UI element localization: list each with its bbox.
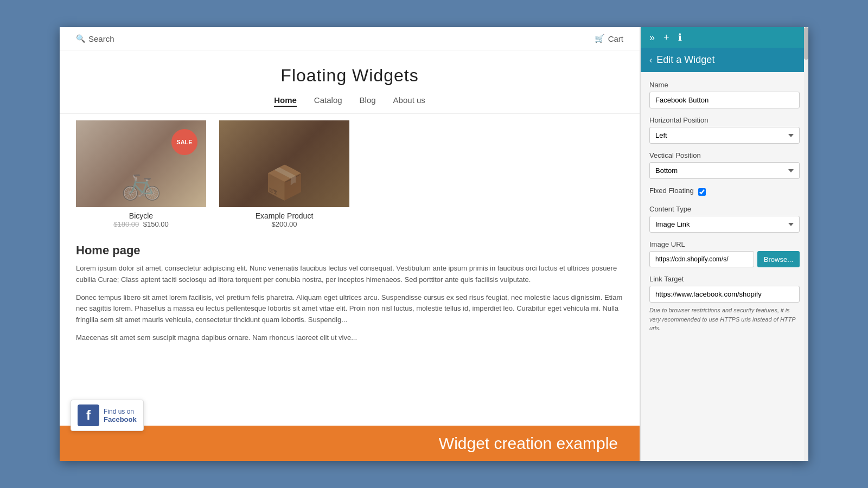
field-vertical-position: Vectical Position Top Middle Bottom bbox=[649, 151, 800, 179]
content-type-label: Content Type bbox=[649, 205, 800, 213]
scrollbar-thumb[interactable] bbox=[804, 27, 808, 60]
search-label: Search bbox=[88, 34, 114, 43]
add-button[interactable]: + bbox=[663, 33, 669, 42]
product-price-bicycle: $180.00 $150.00 bbox=[113, 220, 169, 228]
field-content-type: Content Type Image Link HTML Text bbox=[649, 205, 800, 233]
image-url-input[interactable] bbox=[649, 251, 754, 267]
panel-body: Name Horizontal Position Left Center Rig… bbox=[641, 72, 808, 461]
helper-text: Due to browser restrictions and security… bbox=[649, 306, 800, 333]
panel-title: Edit a Widget bbox=[656, 54, 714, 66]
body-text-1: Lorem ipsum dolor sit amet, consectetur … bbox=[76, 263, 623, 286]
image-url-row: Browse... bbox=[649, 251, 800, 267]
product-price-example: $200.00 bbox=[272, 220, 297, 228]
vertical-position-label: Vectical Position bbox=[649, 151, 800, 159]
horizontal-position-select[interactable]: Left Center Right bbox=[649, 127, 800, 144]
image-url-label: Image URL bbox=[649, 240, 800, 248]
products-row: SALE Bicycle $180.00 $150.00 Example Pro… bbox=[60, 120, 640, 237]
facebook-line2: Facebook bbox=[104, 415, 137, 423]
store-header: 🔍 Search 🛒 Cart bbox=[60, 27, 640, 50]
body-text-3: Maecenas sit amet sem suscipit magna dap… bbox=[76, 332, 623, 344]
browse-button[interactable]: Browse... bbox=[757, 251, 800, 267]
fixed-floating-checkbox[interactable] bbox=[698, 188, 706, 196]
fixed-floating-row: Fixed Floating bbox=[649, 187, 800, 197]
product-price-value: $200.00 bbox=[272, 220, 297, 228]
search-bar[interactable]: 🔍 Search bbox=[76, 34, 114, 43]
store-nav: Home Catalog Blog About us bbox=[60, 90, 640, 114]
search-icon: 🔍 bbox=[76, 34, 85, 43]
name-label: Name bbox=[649, 81, 800, 89]
body-text-2: Donec tempus libero sit amet lorem facil… bbox=[76, 292, 623, 326]
cart-icon: 🛒 bbox=[595, 34, 605, 43]
nav-item-home[interactable]: Home bbox=[274, 95, 297, 107]
banner-text: Widget creation example bbox=[439, 434, 618, 453]
facebook-floating-widget[interactable]: f Find us on Facebook bbox=[71, 400, 144, 431]
product-card-bicycle[interactable]: SALE Bicycle $180.00 $150.00 bbox=[76, 120, 206, 228]
field-fixed-floating: Fixed Floating bbox=[649, 187, 800, 197]
nav-item-blog[interactable]: Blog bbox=[360, 95, 376, 107]
field-name: Name bbox=[649, 81, 800, 108]
cart-button[interactable]: 🛒 Cart bbox=[595, 34, 623, 43]
product-name-example: Example Product bbox=[256, 211, 314, 220]
facebook-line1: Find us on bbox=[104, 408, 137, 415]
chevron-button[interactable]: » bbox=[649, 33, 655, 42]
product-new-price: $150.00 bbox=[143, 220, 169, 228]
product-image-bicycle: SALE bbox=[76, 120, 206, 207]
content-type-select[interactable]: Image Link HTML Text bbox=[649, 216, 800, 233]
field-image-url: Image URL Browse... bbox=[649, 240, 800, 267]
nav-item-about[interactable]: About us bbox=[393, 95, 425, 107]
name-input[interactable] bbox=[649, 92, 800, 108]
storefront: 🔍 Search 🛒 Cart Floating Widgets Home Ca… bbox=[60, 27, 640, 461]
link-target-label: Link Target bbox=[649, 275, 800, 283]
nav-item-catalog[interactable]: Catalog bbox=[314, 95, 342, 107]
product-name-bicycle: Bicycle bbox=[129, 211, 153, 220]
back-button[interactable]: ‹ bbox=[649, 55, 652, 65]
field-link-target: Link Target Due to browser restrictions … bbox=[649, 275, 800, 333]
info-button[interactable]: ℹ bbox=[678, 33, 682, 42]
facebook-icon: f bbox=[78, 404, 99, 426]
home-section-title: Home page bbox=[76, 243, 623, 258]
orange-banner: Widget creation example bbox=[60, 426, 640, 461]
field-horizontal-position: Horizontal Position Left Center Right bbox=[649, 116, 800, 144]
panel-toolbar: » + ℹ bbox=[641, 27, 808, 48]
product-image-example bbox=[219, 120, 349, 207]
cart-label: Cart bbox=[608, 34, 623, 43]
panel-header: ‹ Edit a Widget bbox=[641, 48, 808, 72]
sale-badge: SALE bbox=[171, 129, 197, 155]
facebook-text: Find us on Facebook bbox=[104, 408, 137, 423]
fixed-floating-label: Fixed Floating bbox=[649, 187, 694, 195]
product-card-example[interactable]: Example Product $200.00 bbox=[219, 120, 349, 228]
store-title: Floating Widgets bbox=[60, 50, 640, 90]
horizontal-position-label: Horizontal Position bbox=[649, 116, 800, 124]
link-target-input[interactable] bbox=[649, 286, 800, 303]
home-section: Home page Lorem ipsum dolor sit amet, co… bbox=[60, 237, 640, 344]
vertical-position-select[interactable]: Top Middle Bottom bbox=[649, 162, 800, 179]
editor-panel: » + ℹ ‹ Edit a Widget Name Horizontal Po… bbox=[640, 27, 808, 461]
scrollbar-track bbox=[804, 27, 808, 461]
product-old-price: $180.00 bbox=[113, 220, 139, 228]
